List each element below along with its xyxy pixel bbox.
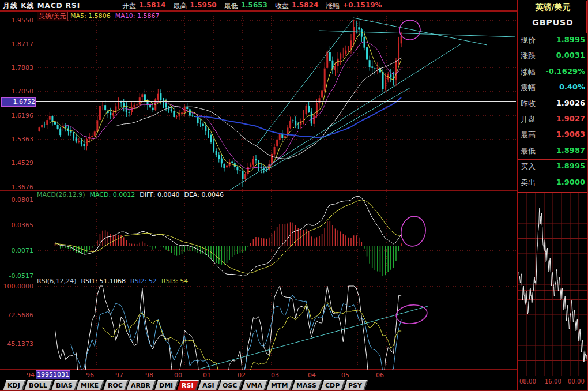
tab-label: DMI [159, 381, 173, 390]
quote-row-ask: 卖出1.9000 [521, 178, 585, 188]
macd-histogram [55, 221, 402, 276]
quote-row-change-pct: 涨幅-0.1629% [521, 67, 585, 77]
tab-label: ARBR [131, 381, 150, 390]
chart-mode-label: 月线 K线 MACD RSI [3, 1, 80, 11]
ohlc-summary: 开盘1.5814最高1.5950最低1.5653收盘1.5824涨幅+0.151… [122, 1, 382, 11]
quote-row-low: 最低1.8987 [521, 146, 585, 156]
quote-panel: 英镑/美元 GBPUSD 现价1.8995涨跌0.0031涨幅-0.1629%震… [517, 0, 588, 391]
quote-row-amplitude: 震幅0.40% [521, 82, 585, 93]
quote-row-bid: 买入1.8995 [521, 161, 585, 172]
top-separator [0, 10, 517, 12]
crosshair-date-label: 19951031 [36, 370, 70, 379]
tab-label: BOLL [29, 381, 47, 390]
tab-label: VMA [246, 381, 262, 390]
pair-symbol: GBPUSD [518, 18, 587, 27]
ohlc-field-high: 最高1.5950 [173, 1, 216, 11]
quote-row-change: 涨跌0.0031 [521, 51, 585, 61]
forex-charting-app: 月线 K线 MACD RSI 开盘1.5814最高1.5950最低1.5653收… [0, 0, 588, 391]
ohlc-field-change-pct: 涨幅+0.1519% [326, 1, 382, 11]
quote-row-prev-close: 昨收1.9026 [521, 99, 585, 109]
quote-row-open: 开盘1.9027 [521, 114, 585, 125]
tab-label: BIAS [56, 381, 73, 390]
tab-label: MASS [296, 381, 316, 390]
quote-row-price: 现价1.8995 [521, 35, 585, 46]
candles [39, 20, 402, 187]
quote-divider [518, 192, 587, 193]
mini-grid [518, 193, 587, 376]
trendlines [199, 18, 515, 369]
time-label: 00:00 [568, 378, 585, 385]
quote-row-high: 最高1.9063 [521, 130, 585, 140]
quote-divider [518, 159, 587, 160]
tab-label: ASI [202, 381, 214, 390]
time-label: 16:00 [545, 378, 561, 385]
tab-label: PSY [348, 381, 362, 390]
tab-label: MTM [271, 381, 288, 390]
tab-label: KDJ [7, 381, 20, 390]
crosshair-price-label: 1.6752 [1, 97, 36, 107]
top-info-bar: 月线 K线 MACD RSI 开盘1.5814最高1.5950最低1.5653收… [0, 0, 517, 10]
rsi-lines [55, 286, 402, 379]
tab-label: CDP [325, 381, 340, 390]
tab-label: ROC [108, 381, 123, 390]
panel-frame [0, 12, 517, 370]
tab-label: MIKE [81, 381, 99, 390]
ohlc-field-low: 最低1.5653 [224, 1, 267, 11]
main-chart-area[interactable] [0, 0, 517, 379]
tab-label: RSI [182, 381, 194, 390]
instrument-label: 英镑/美元 [37, 12, 68, 21]
quote-divider [518, 96, 587, 96]
tab-label: OSC [223, 381, 237, 390]
pair-name-cn: 英镑/美元 [518, 2, 587, 13]
time-label: 08:00 [519, 378, 536, 385]
intraday-mini-chart [518, 193, 587, 376]
ohlc-field-open: 开盘1.5814 [122, 1, 165, 11]
ohlc-field-close: 收盘1.5824 [275, 1, 318, 11]
macd-lines [55, 196, 402, 276]
